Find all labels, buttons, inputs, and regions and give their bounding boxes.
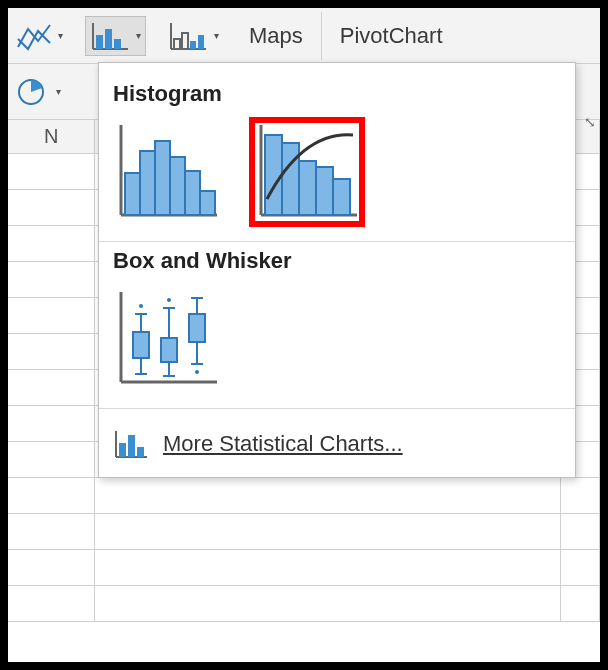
histogram-thumb[interactable]	[113, 121, 221, 223]
svg-rect-24	[299, 161, 316, 215]
svg-rect-16	[155, 141, 170, 215]
svg-rect-2	[96, 35, 103, 49]
cell[interactable]	[95, 550, 561, 585]
svg-rect-4	[114, 39, 121, 49]
pivotchart-button[interactable]: PivotChart	[332, 23, 451, 49]
separator	[321, 12, 322, 60]
boxwhisker-section-title: Box and Whisker	[113, 248, 561, 274]
svg-rect-17	[170, 157, 185, 215]
histogram-icon	[90, 21, 130, 51]
grid-row	[8, 478, 600, 514]
svg-rect-8	[182, 33, 188, 49]
cell[interactable]	[8, 154, 95, 189]
cell[interactable]	[8, 334, 95, 369]
svg-rect-32	[133, 332, 149, 358]
svg-rect-46	[119, 443, 126, 457]
histogram-section-title: Histogram	[113, 81, 561, 107]
cell[interactable]	[561, 586, 600, 621]
svg-rect-7	[174, 39, 180, 49]
histogram-thumbs	[113, 121, 561, 223]
scatter-icon	[16, 21, 52, 51]
svg-rect-23	[282, 143, 299, 215]
cell[interactable]	[8, 514, 95, 549]
svg-point-43	[195, 370, 199, 374]
svg-point-33	[139, 304, 143, 308]
svg-rect-15	[140, 151, 155, 215]
cell[interactable]	[8, 190, 95, 225]
cell[interactable]	[561, 478, 600, 513]
combo-chart-button[interactable]: ▾	[164, 16, 223, 56]
svg-rect-18	[185, 171, 200, 215]
cell[interactable]	[8, 442, 95, 477]
ribbon-row-1: ▾ ▾ ▾ Maps Piv	[8, 8, 600, 64]
svg-rect-26	[333, 179, 350, 215]
grid-row	[8, 550, 600, 586]
more-statistical-charts[interactable]: More Statistical Charts...	[113, 415, 561, 471]
chevron-down-icon: ▾	[56, 86, 61, 97]
pareto-thumb[interactable]	[253, 121, 361, 223]
cell[interactable]	[95, 514, 561, 549]
column-header-n[interactable]: N	[8, 120, 95, 153]
svg-rect-25	[316, 167, 333, 215]
svg-point-38	[167, 298, 171, 302]
cell[interactable]	[561, 550, 600, 585]
svg-rect-14	[125, 173, 140, 215]
cell[interactable]	[8, 550, 95, 585]
svg-rect-48	[137, 447, 144, 457]
boxwhisker-thumb[interactable]	[113, 288, 221, 390]
svg-rect-19	[200, 191, 215, 215]
statistical-chart-button[interactable]: ▾	[85, 16, 146, 56]
svg-rect-42	[189, 314, 205, 342]
cell[interactable]	[8, 406, 95, 441]
cell[interactable]	[95, 586, 561, 621]
histogram-thumb-icon	[113, 121, 221, 223]
svg-rect-22	[265, 135, 282, 215]
svg-rect-10	[198, 35, 204, 49]
cell[interactable]	[8, 262, 95, 297]
more-statistical-charts-label: More Statistical Charts...	[163, 431, 403, 457]
cell[interactable]	[8, 586, 95, 621]
chevron-down-icon: ▾	[136, 30, 141, 41]
chart-type-dropdown: Histogram	[98, 62, 576, 478]
histogram-icon	[113, 429, 149, 459]
svg-rect-9	[190, 41, 196, 49]
boxwhisker-thumbs	[113, 288, 561, 390]
pie-icon	[16, 77, 50, 107]
cell[interactable]	[8, 298, 95, 333]
chevron-down-icon: ▾	[214, 30, 219, 41]
svg-rect-37	[161, 338, 177, 362]
cell[interactable]	[561, 514, 600, 549]
pareto-thumb-icon	[253, 121, 361, 223]
cell[interactable]	[95, 478, 561, 513]
scatter-chart-button[interactable]: ▾	[12, 16, 67, 56]
svg-rect-47	[128, 435, 135, 457]
boxwhisker-thumb-icon	[113, 288, 221, 390]
cell[interactable]	[8, 226, 95, 261]
chevron-down-icon: ▾	[58, 30, 63, 41]
grid-row	[8, 514, 600, 550]
dialog-launcher-icon[interactable]: ⤡	[584, 114, 596, 130]
combo-chart-icon	[168, 21, 208, 51]
cell[interactable]	[8, 370, 95, 405]
separator	[99, 408, 575, 409]
pie-chart-button[interactable]: ▾	[12, 72, 65, 112]
maps-button[interactable]: Maps	[241, 23, 311, 49]
cell[interactable]	[8, 478, 95, 513]
grid-row	[8, 586, 600, 622]
separator	[99, 241, 575, 242]
svg-rect-3	[105, 29, 112, 49]
